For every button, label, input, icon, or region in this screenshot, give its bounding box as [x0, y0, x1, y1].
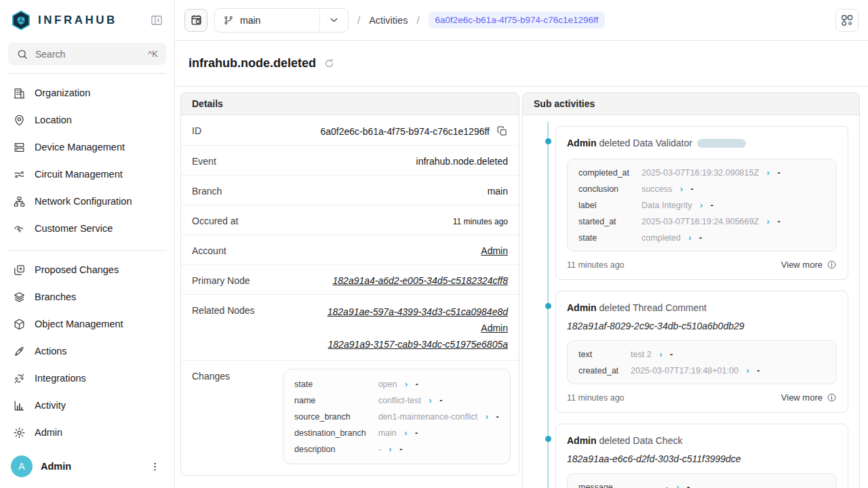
related-node-link[interactable]: Admin — [481, 321, 508, 336]
attribute-old-value: - — [666, 483, 669, 488]
primary-node-link[interactable]: 182a91a4-a6d2-e005-34d5-c5182324cff8 — [333, 275, 508, 286]
attribute-old-value: completed — [642, 233, 681, 243]
attribute-value: - › - — [666, 482, 826, 488]
sidebar-item[interactable]: Device Management — [5, 134, 169, 161]
info-icon — [827, 392, 837, 403]
time-travel-button[interactable] — [184, 9, 208, 32]
layers-icon — [12, 290, 26, 304]
change-value: den1-maintenance-conflict › - — [378, 411, 499, 422]
attribute-old-value: Data Integrity — [642, 201, 692, 210]
attribute-old-value: 2025-03-07T16:19:24.905669Z — [642, 217, 759, 226]
chevron-right-icon: › — [676, 482, 679, 488]
detail-label: Primary Node — [192, 273, 250, 286]
network-icon — [12, 195, 26, 208]
sidebar-item[interactable]: Customer Service — [5, 215, 169, 242]
topbar: main / Activities / 6a0f2e6c-b61a-4f75-b… — [175, 0, 868, 41]
chevron-right-icon: › — [767, 167, 770, 178]
attribute-key: completed_at — [578, 168, 629, 178]
infrahub-logo-icon — [11, 10, 31, 30]
sidebar-item[interactable]: Activity — [5, 392, 169, 419]
attribute-key: label — [578, 201, 629, 210]
attribute-new-value: - — [670, 350, 673, 359]
branch-selector[interactable]: main — [214, 8, 349, 33]
sidebar-item[interactable]: Organization — [5, 79, 169, 106]
attribute-value: completed › - — [642, 232, 825, 243]
sub-activity-attributes-box: message - › - keep_branch - — [567, 473, 837, 488]
detail-label: ID — [192, 123, 201, 136]
sub-activity-timestamp: 11 minutes ago — [567, 393, 625, 403]
panel-collapse-icon — [150, 14, 163, 27]
view-more-button[interactable]: View more — [781, 392, 837, 403]
sidebar-item[interactable]: Integrations — [5, 365, 169, 392]
sub-activity-actor: Admin — [567, 435, 597, 446]
sub-activity-timestamp: 11 minutes ago — [567, 260, 625, 270]
detail-label: Related Nodes — [192, 303, 255, 316]
sub-activity-card: Admin deleted Data Check 182a91aa-e6c6-d… — [555, 424, 848, 488]
sub-activity-actor: Admin — [567, 138, 597, 148]
user-row[interactable]: A Admin — [0, 446, 174, 488]
attribute-key: text — [578, 350, 618, 359]
content-area: Details ID 6a0f2e6c-b61a-4f75-b974-c76c1… — [175, 87, 868, 488]
sidebar-collapse-button[interactable] — [149, 12, 165, 28]
attribute-new-value: - — [711, 201, 713, 210]
sub-activity-title: Admin deleted Data Check — [567, 434, 837, 447]
change-old-value: main — [378, 428, 397, 438]
sidebar: INFRAHUB Search ^K Organization Location — [0, 0, 175, 488]
change-new-value: - — [399, 445, 402, 454]
attribute-key: conclusion — [578, 184, 629, 194]
change-new-value: - — [415, 428, 418, 438]
user-menu-button[interactable] — [146, 458, 163, 475]
sidebar-item[interactable]: Circuit Management — [5, 161, 169, 188]
branch-selector-value: main — [240, 15, 260, 26]
sidebar-item[interactable]: Branches — [5, 283, 169, 310]
attribute-new-value: - — [757, 366, 760, 375]
breadcrumb-activities-link[interactable]: Activities — [369, 15, 408, 26]
server-icon — [12, 140, 26, 154]
sidebar-item-label: Circuit Management — [35, 169, 123, 180]
chevron-right-icon: › — [700, 200, 703, 210]
account-link[interactable]: Admin — [481, 245, 508, 256]
map-pin-icon — [12, 113, 26, 127]
sidebar-item[interactable]: Actions — [5, 338, 169, 365]
gear-icon — [12, 426, 26, 439]
chevron-right-icon: › — [746, 365, 749, 375]
sub-activity-node-id: 182a91af-8029-2c9c-34db-c510a6b0db29 — [567, 321, 837, 331]
refresh-button[interactable] — [323, 58, 335, 69]
branch-selector-toggle[interactable] — [319, 9, 348, 32]
sub-activities-timeline: Admin deleted Data Validator completed_a… — [523, 115, 859, 488]
search-input[interactable]: Search ^K — [8, 43, 166, 65]
breadcrumb-id-badge[interactable]: 6a0f2e6c-b61a-4f75-b974-c76c1e1296ff — [429, 12, 606, 28]
sidebar-item[interactable]: Proposed Changes — [5, 256, 169, 283]
sub-activity-actor: Admin — [567, 302, 597, 313]
detail-occured-at-value: 11 minutes ago — [453, 214, 508, 226]
sub-activity-node-id: 182a91aa-e6c6-d2fd-303d-c511f3999dce — [567, 453, 837, 464]
chevron-right-icon: › — [486, 411, 488, 422]
sidebar-item-label: Customer Service — [35, 223, 113, 234]
related-node-link[interactable]: 182a91a9-3157-cab9-34dc-c51975e6805a — [328, 338, 508, 352]
sidebar-item[interactable]: Location — [5, 106, 169, 134]
sub-activities-panel: Sub activities Admin deleted Data Valida… — [522, 92, 860, 488]
sidebar-item[interactable]: Admin — [5, 419, 169, 446]
attribute-value: Data Integrity › - — [642, 200, 825, 210]
copy-id-button[interactable] — [496, 125, 508, 137]
breadcrumb-separator: / — [357, 14, 360, 26]
attribute-key: message — [578, 483, 654, 488]
info-icon — [827, 260, 837, 270]
main-area: main / Activities / 6a0f2e6c-b61a-4f75-b… — [175, 0, 868, 488]
chart-icon — [12, 399, 26, 412]
attribute-new-value: - — [777, 168, 780, 178]
sidebar-item[interactable]: Object Management — [5, 310, 169, 338]
detail-label: Changes — [192, 369, 283, 382]
change-key: description — [294, 445, 366, 454]
sidebar-item[interactable]: Network Configuration — [5, 188, 169, 215]
detail-row-occured-at: Occured at 11 minutes ago — [181, 205, 519, 235]
schema-visualizer-button[interactable] — [835, 9, 859, 32]
change-value: main › - — [378, 428, 499, 438]
attribute-value: 2025-03-07T17:19:48+01:00 › - — [631, 365, 825, 375]
related-node-link[interactable]: 182a91ae-597a-4399-34d3-c51ca0984e8d — [328, 305, 508, 319]
attribute-new-value: - — [777, 217, 780, 226]
copy-icon — [496, 125, 508, 137]
view-more-button[interactable]: View more — [781, 260, 837, 270]
detail-event-value: infrahub.node.deleted — [416, 154, 508, 167]
chevron-right-icon: › — [767, 216, 770, 226]
